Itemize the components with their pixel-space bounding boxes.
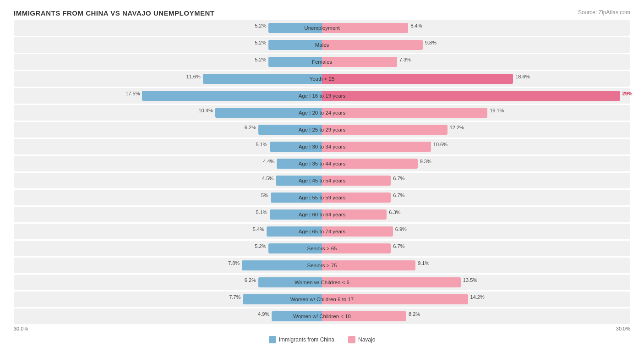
bar-navajo: 9.3%	[322, 159, 418, 169]
value-china: 4.4%	[263, 159, 277, 164]
value-china: 6.2%	[245, 125, 258, 130]
row-wrapper: 10.4%16.1%Age | 20 to 24 years	[14, 105, 630, 121]
value-navajo: 9.3%	[418, 159, 431, 164]
legend-item-china: Immigrants from China	[269, 336, 334, 343]
bar-navajo: 6.7%	[322, 193, 391, 203]
chart-container: IMMIGRANTS FROM CHINA VS NAVAJO UNEMPLOY…	[0, 0, 644, 347]
table-row: 5.2%9.8%	[14, 37, 630, 53]
bar-navajo: 14.2%	[322, 294, 468, 304]
table-row: 4.4%9.3%	[14, 156, 630, 171]
value-navajo: 12.2%	[448, 125, 464, 130]
table-row: 6.2%12.2%	[14, 122, 630, 138]
value-china: 4.9%	[258, 311, 272, 317]
right-section: 29%	[322, 89, 630, 102]
table-row: 5.4%6.9%	[14, 224, 630, 239]
value-navajo: 18.6%	[513, 74, 529, 79]
value-china: 4.5%	[262, 176, 276, 181]
value-china: 5%	[261, 193, 271, 198]
bar-navajo: 6.9%	[322, 226, 393, 237]
right-section: 6.3%	[322, 208, 630, 221]
value-navajo: 14.2%	[468, 294, 485, 300]
table-row: 5%6.7%	[14, 190, 630, 205]
right-section: 9.8%	[322, 39, 630, 51]
value-china: 5.2%	[255, 243, 268, 249]
right-section: 7.3%	[322, 55, 630, 68]
left-section: 5.4%	[14, 225, 322, 238]
right-section: 10.6%	[322, 140, 630, 153]
right-section: 6.7%	[322, 174, 630, 187]
row-wrapper: 5.1%10.6%Age | 30 to 34 years	[14, 139, 630, 154]
row-wrapper: 11.6%18.6%Youth < 25	[14, 71, 630, 87]
table-row: 5.2%7.3%	[14, 54, 630, 70]
left-section: 11.6%	[14, 72, 322, 85]
bar-navajo: 10.6%	[322, 142, 431, 152]
value-china: 5.2%	[255, 23, 268, 28]
axis-labels: 30.0% 30.0%	[14, 326, 630, 331]
bar-china: 4.9%	[272, 311, 322, 321]
bar-navajo: 29%	[322, 91, 620, 101]
value-china: 5.1%	[256, 142, 270, 147]
bar-navajo: 6.7%	[322, 176, 391, 186]
value-navajo: 6.7%	[391, 176, 404, 181]
left-section: 4.4%	[14, 157, 322, 170]
table-row: 10.4%16.1%	[14, 105, 630, 121]
bar-navajo: 8.2%	[322, 311, 406, 321]
value-china: 6.2%	[245, 277, 258, 283]
left-section: 7.7%	[14, 293, 322, 306]
right-section: 6.7%	[322, 242, 630, 255]
legend-box-navajo	[348, 336, 355, 343]
value-navajo: 16.1%	[487, 108, 504, 113]
left-section: 4.9%	[14, 310, 322, 323]
table-row: 11.6%18.6%	[14, 71, 630, 87]
left-section: 5.2%	[14, 242, 322, 255]
row-wrapper: 7.8%9.1%Seniors > 75	[14, 258, 630, 273]
left-section: 10.4%	[14, 106, 322, 119]
legend-box-china	[269, 336, 276, 343]
legend: Immigrants from China Navajo	[14, 336, 630, 343]
row-wrapper: 6.2%13.5%Women w/ Children < 6	[14, 275, 630, 290]
value-china: 5.2%	[255, 40, 268, 45]
value-china: 10.4%	[199, 108, 215, 113]
bar-china: 4.4%	[277, 159, 322, 169]
value-china: 5.1%	[256, 209, 270, 215]
chart-title: IMMIGRANTS FROM CHINA VS NAVAJO UNEMPLOY…	[14, 9, 214, 17]
chart-source: Source: ZipAtlas.com	[578, 9, 630, 16]
bar-china: 7.8%	[242, 260, 322, 270]
left-section: 5.2%	[14, 39, 322, 51]
left-section: 7.8%	[14, 259, 322, 272]
bar-navajo: 16.1%	[322, 108, 487, 118]
bar-navajo: 7.3%	[322, 57, 397, 67]
row-wrapper: 5.4%6.9%Age | 65 to 74 years	[14, 224, 630, 239]
value-china: 7.8%	[228, 260, 242, 266]
right-section: 12.2%	[322, 123, 630, 136]
bar-china: 6.2%	[258, 277, 322, 287]
legend-item-navajo: Navajo	[348, 336, 375, 343]
left-section: 5.1%	[14, 140, 322, 153]
bar-china: 6.2%	[258, 125, 322, 135]
value-navajo: 6.3%	[387, 209, 400, 215]
value-navajo: 29%	[620, 91, 633, 96]
left-section: 5.2%	[14, 22, 322, 34]
value-navajo: 9.1%	[415, 260, 429, 266]
right-section: 8.2%	[322, 310, 630, 323]
value-navajo: 6.7%	[391, 193, 404, 198]
value-china: 7.7%	[229, 294, 243, 300]
right-section: 8.4%	[322, 22, 630, 34]
bar-china: 5%	[271, 193, 322, 203]
bar-navajo: 9.8%	[322, 40, 423, 50]
bar-navajo: 9.1%	[322, 260, 415, 270]
table-row: 5.1%6.3%	[14, 207, 630, 222]
right-section: 6.9%	[322, 225, 630, 238]
left-section: 6.2%	[14, 276, 322, 289]
bar-china: 5.2%	[268, 23, 322, 33]
left-section: 6.2%	[14, 123, 322, 136]
value-china: 5.4%	[253, 226, 267, 232]
bar-china: 7.7%	[243, 294, 322, 304]
row-wrapper: 17.5%29%Age | 16 to 19 years	[14, 88, 630, 104]
value-navajo: 8.4%	[408, 23, 422, 28]
value-china: 17.5%	[126, 91, 142, 96]
left-section: 17.5%	[14, 89, 322, 102]
legend-label-navajo: Navajo	[358, 336, 375, 343]
value-navajo: 13.5%	[461, 277, 477, 283]
bar-china: 5.2%	[268, 243, 322, 253]
